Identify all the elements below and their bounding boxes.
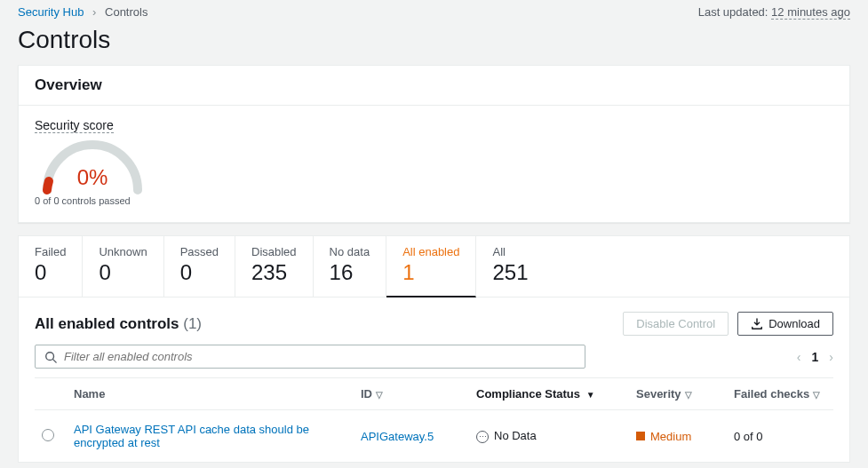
overview-heading: Overview — [19, 66, 849, 106]
tab-all-enabled[interactable]: All enabled 1 — [386, 236, 476, 297]
breadcrumb-current: Controls — [105, 5, 147, 19]
tab-no-data[interactable]: No data 16 — [314, 236, 387, 297]
overview-panel: Overview Security score 0% 0 of 0 contro… — [18, 65, 850, 223]
no-data-icon: ⋯ — [476, 431, 489, 443]
disable-control-button[interactable]: Disable Control — [623, 312, 729, 336]
col-name[interactable]: Name — [67, 378, 354, 410]
filter-input[interactable] — [64, 350, 576, 363]
pagination: ‹ 1 › — [797, 350, 833, 364]
tab-unknown[interactable]: Unknown 0 — [83, 236, 163, 297]
tab-all[interactable]: All 251 — [476, 236, 544, 297]
breadcrumb-root[interactable]: Security Hub — [18, 5, 84, 19]
sort-icon: ▽ — [813, 390, 820, 400]
svg-line-1 — [53, 359, 57, 362]
download-button[interactable]: Download — [737, 312, 833, 336]
control-id-link[interactable]: APIGateway.5 — [361, 430, 434, 443]
col-failed-checks[interactable]: Failed checks▽ — [727, 378, 833, 410]
status-tabs: Failed 0 Unknown 0 Passed 0 Disabled 235… — [18, 235, 850, 297]
col-id[interactable]: ID▽ — [354, 378, 469, 410]
security-score-value: 0% — [35, 165, 150, 190]
controls-table: Name ID▽ Compliance Status ▼ Severity▽ F… — [35, 377, 833, 462]
security-score-label: Security score — [35, 118, 114, 133]
last-updated: Last updated: 12 minutes ago — [698, 5, 850, 19]
sort-icon: ▽ — [376, 390, 383, 400]
tab-passed[interactable]: Passed 0 — [164, 236, 235, 297]
severity-value: Medium — [650, 430, 691, 443]
failed-checks-value: 0 of 0 — [734, 430, 763, 443]
severity-icon — [636, 432, 645, 440]
chevron-right-icon: › — [92, 5, 96, 19]
sort-icon: ▽ — [685, 390, 692, 400]
search-icon — [44, 351, 57, 363]
filter-input-wrap[interactable] — [35, 345, 585, 369]
col-severity[interactable]: Severity▽ — [629, 378, 727, 410]
table-row[interactable]: API Gateway REST API cache data should b… — [35, 410, 833, 463]
sort-icon: ▼ — [584, 390, 595, 400]
security-score-gauge: 0% — [35, 139, 150, 195]
prev-page-icon[interactable]: ‹ — [797, 350, 801, 364]
breadcrumb: Security Hub › Controls — [18, 5, 147, 19]
tab-disabled[interactable]: Disabled 235 — [235, 236, 314, 297]
control-name-link[interactable]: API Gateway REST API cache data should b… — [74, 423, 309, 449]
col-compliance[interactable]: Compliance Status ▼ — [469, 378, 629, 410]
row-select-radio[interactable] — [42, 429, 54, 441]
security-score-sub: 0 of 0 controls passed — [35, 195, 833, 206]
download-icon — [751, 318, 763, 330]
compliance-status: No Data — [494, 429, 537, 442]
list-title: All enabled controls (1) — [35, 315, 202, 333]
next-page-icon[interactable]: › — [829, 350, 833, 364]
tab-failed[interactable]: Failed 0 — [19, 236, 83, 297]
page-title: Controls — [0, 22, 868, 65]
page-number: 1 — [812, 350, 819, 364]
controls-list-panel: All enabled controls (1) Disable Control… — [18, 297, 850, 463]
